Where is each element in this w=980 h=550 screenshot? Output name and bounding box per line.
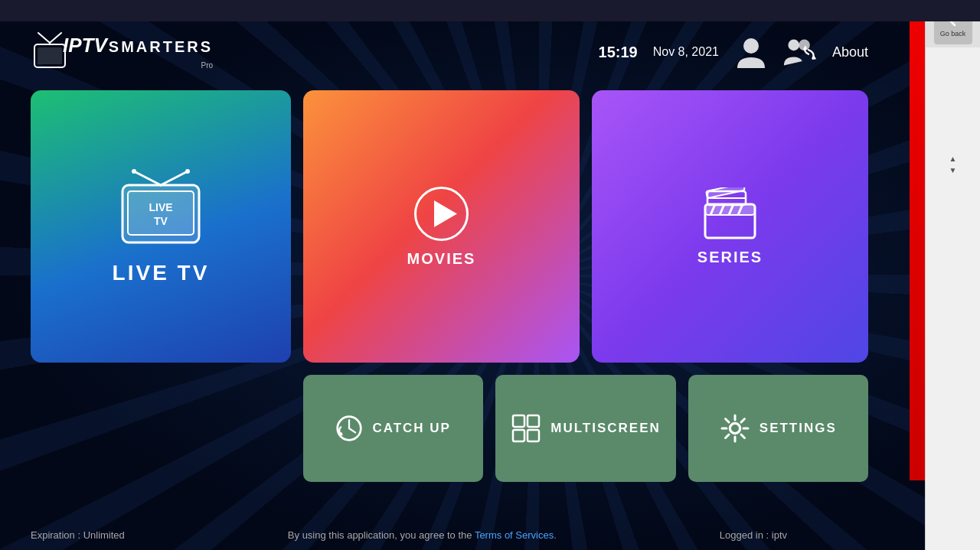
footer-middle: By using this application, you agree to … [288,529,475,541]
switch-user-icon-btn[interactable] [783,35,817,69]
red-accent-panel [910,21,925,480]
logo-text: IPTV SMARTERS Pro [63,34,213,71]
svg-text:LIVE: LIVE [149,201,172,213]
cards-row-2: CATCH UP MULTISCREEN [303,375,868,482]
titlebar [0,0,980,21]
svg-point-11 [132,169,136,174]
svg-point-37 [730,424,740,433]
header: IPTV SMARTERS Pro 15:19 Nov 8, 2021 [0,21,899,83]
movies-label: MOVIES [407,250,476,268]
live-tv-label: LIVE TV [113,261,210,285]
multiscreen-card[interactable]: MULTISCREEN [495,375,675,482]
svg-point-5 [788,40,799,51]
main-content: IPTV SMARTERS Pro 15:19 Nov 8, 2021 [0,21,899,550]
svg-rect-33 [528,415,539,427]
scroll-up-btn[interactable]: ▲ [949,155,957,163]
svg-rect-27 [706,187,745,198]
logo-smarters: SMARTERS [109,38,213,56]
right-sidebar: Go back ▲ ▼ [925,0,980,550]
movies-card[interactable]: MOVIES [303,90,580,363]
logo-iptv: IPTV [63,34,107,57]
switch-users-icon [783,36,817,68]
expiration-text: Expiration : Unlimited [31,529,125,541]
settings-card[interactable]: SETTINGS [688,375,868,482]
svg-line-30 [349,428,355,432]
live-tv-icon: LIVE TV [111,168,211,249]
current-time: 15:19 [599,44,638,61]
settings-label: SETTINGS [760,421,837,436]
svg-rect-35 [528,430,539,441]
svg-line-42 [725,419,729,423]
multiscreen-icon [511,413,541,444]
footer: Expiration : Unlimited By using this app… [0,519,818,550]
user-icon [736,36,766,68]
svg-rect-32 [513,415,524,427]
svg-line-43 [741,434,745,438]
logged-in-text: Logged in : iptv [720,529,787,541]
svg-point-12 [185,169,190,174]
cards-row-1: LIVE TV LIVE TV MOVIES [31,90,868,363]
svg-point-4 [743,38,759,54]
svg-text:TV: TV [154,215,168,227]
svg-line-0 [38,33,50,43]
cards-grid: LIVE TV LIVE TV MOVIES [0,83,899,497]
series-icon [701,187,759,241]
current-date: Nov 8, 2021 [653,45,719,59]
multiscreen-label: MULTISCREEN [550,421,661,436]
catchup-icon [335,415,363,442]
about-link[interactable]: About [832,44,868,60]
user-icon-btn[interactable] [734,35,768,69]
series-card[interactable]: SERIES [592,90,868,363]
go-back-label: Go back [940,30,966,37]
svg-marker-18 [434,200,457,227]
logo-pro: Pro [201,61,213,70]
svg-line-1 [50,33,61,43]
series-label: SERIES [697,249,763,266]
svg-line-44 [741,419,745,423]
settings-icon [720,413,750,444]
svg-rect-34 [513,430,524,441]
svg-line-10 [161,171,188,185]
svg-line-45 [725,434,729,438]
svg-rect-3 [38,47,62,64]
svg-line-9 [134,171,161,185]
live-tv-card[interactable]: LIVE TV LIVE TV [31,90,291,363]
catchup-label: CATCH UP [372,421,451,436]
header-right: 15:19 Nov 8, 2021 [599,35,868,69]
terms-text: By using this application, you agree to … [125,529,720,541]
scroll-down-btn[interactable]: ▼ [949,166,957,174]
movies-icon [413,185,470,242]
catchup-card[interactable]: CATCH UP [303,375,483,482]
logo: IPTV SMARTERS Pro [31,29,213,75]
terms-link[interactable]: Terms of Services. [475,529,557,541]
